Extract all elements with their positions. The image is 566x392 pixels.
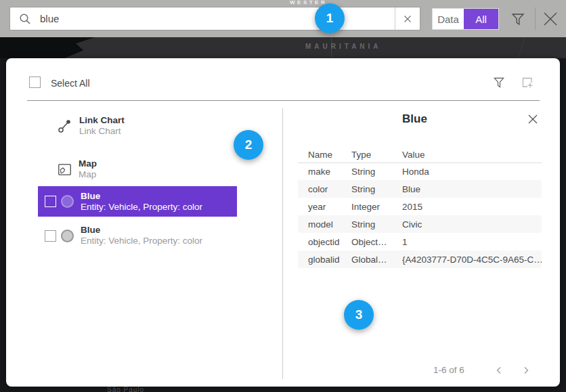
entity-circle-icon <box>61 230 74 242</box>
cell-type: String <box>351 167 402 177</box>
list-item-blue-selected[interactable]: Blue Entity: Vehicle, Property: color <box>38 186 237 217</box>
cell-name: objectid <box>298 237 351 247</box>
cell-value: Blue <box>402 184 542 194</box>
cell-value: 2015 <box>402 202 542 212</box>
toolbar-filter-button[interactable] <box>510 11 526 27</box>
table-header-divider <box>298 162 542 163</box>
map-landmass-shape <box>0 37 95 58</box>
callout-badge-1: 1 <box>315 3 345 33</box>
results-filter-button[interactable] <box>492 76 506 89</box>
table-row[interactable]: make String Honda <box>298 162 542 180</box>
search-box[interactable] <box>9 7 420 30</box>
list-item-title: Blue <box>81 191 202 202</box>
clear-search-button[interactable] <box>395 7 420 30</box>
add-to-selection-button[interactable] <box>521 76 534 89</box>
entity-circle-icon <box>61 195 74 208</box>
search-icon <box>19 13 31 25</box>
select-all-label: Select All <box>51 78 90 89</box>
table-row[interactable]: globalid Global… {A4203777-D70D-4C5C-9A6… <box>298 251 542 268</box>
cell-type: Object… <box>351 237 402 247</box>
detail-close-button[interactable] <box>527 113 539 125</box>
map-label-top: WESTER <box>290 0 327 5</box>
list-item-subtitle: Entity: Vehicle, Property: color <box>81 202 202 213</box>
next-page-button[interactable] <box>519 363 534 378</box>
close-search-button[interactable] <box>541 9 560 28</box>
close-x-icon <box>527 113 539 125</box>
chevron-left-icon <box>494 366 504 375</box>
item-checkbox[interactable] <box>45 196 56 207</box>
table-row[interactable]: year Integer 2015 <box>298 198 542 215</box>
list-item-map[interactable]: Map Map <box>38 156 237 183</box>
toggle-data-button[interactable]: Data <box>433 9 464 29</box>
filter-funnel-icon <box>510 11 526 27</box>
search-results-panel: Select All Link Chart Link Char <box>6 58 560 387</box>
cell-name: globalid <box>298 255 351 265</box>
item-checkbox[interactable] <box>45 230 56 242</box>
table-row[interactable]: color String Blue <box>298 180 542 198</box>
list-item-title: Link Chart <box>79 115 125 126</box>
pagination-label: 1-6 of 6 <box>433 365 464 375</box>
filter-funnel-icon <box>492 76 506 89</box>
column-header-type: Type <box>351 150 402 160</box>
toggle-all-button[interactable]: All <box>464 9 498 29</box>
list-item-blue[interactable]: Blue Entity: Vehicle, Property: color <box>38 222 237 249</box>
map-icon <box>58 162 72 177</box>
list-detail-divider <box>282 108 283 379</box>
add-selection-icon <box>521 76 534 89</box>
table-body: make String Honda color String Blue year… <box>298 162 542 268</box>
column-header-value: Value <box>402 150 542 160</box>
list-item-title: Map <box>79 158 97 169</box>
list-item-subtitle: Entity: Vehicle, Property: color <box>81 236 202 246</box>
list-item-subtitle: Link Chart <box>79 126 125 137</box>
map-label-bottom: São Paulo <box>107 386 144 392</box>
table-row[interactable]: objectid Object… 1 <box>298 233 542 251</box>
panel-header-divider <box>27 100 540 101</box>
map-border-line-2 <box>518 37 525 58</box>
toolbar-divider <box>535 7 536 30</box>
cell-type: Global… <box>351 255 402 265</box>
select-all-checkbox[interactable] <box>29 77 41 88</box>
list-item-title: Blue <box>81 225 202 236</box>
column-header-name: Name <box>298 150 351 160</box>
callout-badge-3: 3 <box>344 300 374 330</box>
cell-type: Integer <box>351 202 402 212</box>
chevron-right-icon <box>521 366 531 375</box>
cell-type: String <box>351 219 402 230</box>
table-row[interactable]: model String Civic <box>298 215 542 233</box>
attribute-table: Name Type Value make String Honda color … <box>298 147 542 268</box>
cell-type: String <box>351 184 402 194</box>
cell-name: model <box>298 219 351 230</box>
cell-name: make <box>298 167 351 177</box>
callout-badge-2: 2 <box>234 130 263 160</box>
detail-title: Blue <box>298 112 531 126</box>
close-x-icon <box>541 9 560 28</box>
search-toolbar: Data All <box>0 0 566 37</box>
search-scope-toggle: Data All <box>432 8 499 30</box>
map-country-label: MAURITANIA <box>305 43 382 50</box>
cell-value: Honda <box>402 167 542 177</box>
clear-x-icon <box>403 14 412 24</box>
link-chart-icon <box>58 118 72 133</box>
cell-value: {A4203777-D70D-4C5C-9A65-C… <box>402 255 542 265</box>
cell-value: 1 <box>402 237 542 247</box>
prev-page-button[interactable] <box>492 363 506 378</box>
app-screen: Data All MAURITANIA WESTER São Paulo Sel… <box>0 0 566 392</box>
cell-value: Civic <box>402 219 542 230</box>
list-item-link-chart[interactable]: Link Chart Link Chart <box>38 112 237 139</box>
list-item-subtitle: Map <box>79 169 97 180</box>
map-background: MAURITANIA <box>0 37 566 58</box>
table-header-row: Name Type Value <box>298 147 542 162</box>
cell-name: year <box>298 202 351 212</box>
cell-name: color <box>298 184 351 194</box>
